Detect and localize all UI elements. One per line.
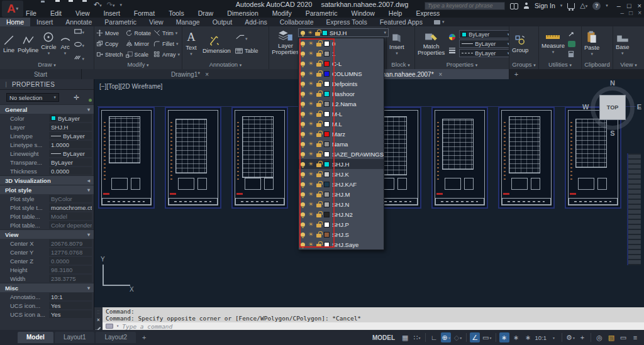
rotate-button[interactable]: Rotate [126,28,152,38]
bulb-icon[interactable] [301,132,305,136]
layer-color-swatch[interactable] [324,51,330,57]
bulb-icon[interactable] [301,142,305,146]
layer-color-swatch[interactable] [324,101,330,107]
layer-row[interactable]: ☀ SHJ.M [299,189,384,199]
arc-button[interactable]: Arc▾ [58,31,72,57]
lineweight-dropdown[interactable]: ByLayer▾ [459,40,509,48]
unlock-icon[interactable] [316,63,321,67]
doc-close-button[interactable]: × [638,9,641,16]
autodesk-360-icon[interactable]: △▾ [580,1,587,10]
isodraft-icon[interactable]: ◇▾ [453,332,463,342]
layout-tab-layout1[interactable]: Layout1 [55,332,95,343]
scale-button[interactable]: Scale [126,49,152,60]
unlock-icon[interactable] [316,123,321,127]
sign-in-label[interactable]: Sign In [535,2,555,9]
layer-color-swatch[interactable] [324,172,330,177]
new-layout-button[interactable]: + [137,334,151,341]
bulb-icon[interactable] [301,122,305,126]
unlock-icon[interactable] [316,163,321,167]
unlock-icon[interactable] [316,224,321,227]
quick-select-icon[interactable] [83,94,91,101]
sun-icon[interactable]: ☀ [308,182,314,187]
unlock-icon[interactable] [316,183,321,187]
palette-section-header[interactable]: Misc▾ [0,283,94,292]
layer-row[interactable]: ☀ Defpoints [299,79,384,89]
menu-help[interactable]: Help [382,9,409,18]
menu-draw[interactable]: Draw [191,9,221,18]
sun-icon[interactable]: ☀ [308,91,314,97]
help-icon[interactable]: ? [592,2,601,10]
clean-screen-icon[interactable]: ▭ [618,332,628,342]
toggle-pickadd-icon[interactable] [62,94,70,101]
text-button[interactable]: A Text▾ [184,31,198,57]
panel-modify-label[interactable]: Modify ▾ [94,61,182,69]
bulb-icon[interactable] [301,222,305,227]
layer-color-swatch[interactable] [324,162,330,167]
table-button[interactable]: Table [235,46,258,57]
menu-file[interactable]: File [19,9,43,18]
layer-row[interactable]: ☀ SAZE_DRAWINGS [299,149,384,159]
grid-icon[interactable]: ▦ [400,332,410,342]
close-button[interactable]: × [638,2,641,9]
ribbon-tab-add-ins[interactable]: Add-ins [238,18,274,26]
unlock-icon[interactable] [316,133,321,137]
menu-window[interactable]: Window [344,9,381,18]
bulb-icon[interactable] [301,112,305,116]
ribbon-tab-view[interactable]: View [143,18,170,26]
bulb-icon[interactable] [301,233,305,237]
sun-icon[interactable]: ☀ [307,30,313,36]
bulb-icon[interactable] [301,172,305,177]
help-dropdown-icon[interactable]: ▾ [606,3,608,8]
layer-row[interactable]: ☀ SHJ.K [299,169,384,179]
sun-icon[interactable]: ☀ [308,41,314,47]
panel-properties-label[interactable]: Properties ▾ [415,61,509,69]
sun-icon[interactable]: ☀ [308,222,314,227]
ellipse-icon[interactable]: ▾ [74,38,85,50]
sun-icon[interactable]: ☀ [308,121,314,127]
sign-in-dropdown-icon[interactable]: ▾ [560,3,563,8]
search-icon[interactable] [510,3,518,9]
layer-row[interactable]: ☀ SHJ.N2 [299,209,384,219]
viewcube[interactable]: N S W E TOP [585,80,640,136]
linetype-dropdown[interactable]: ByLayer▾ [459,49,509,57]
unlock-icon[interactable] [316,234,321,238]
unlock-icon[interactable] [316,103,321,107]
selection-dropdown[interactable]: No selection▾ [6,93,59,102]
app-store-icon[interactable] [567,3,575,9]
layer-row[interactable]: ☀ Hashoor [299,89,384,99]
doc-restore-button[interactable]: □ [629,9,633,16]
scale-dropdown-icon[interactable]: ▾ [548,332,558,342]
fillet-button[interactable]: Fillet ▾ [153,38,180,49]
ribbon-tab-featured-apps[interactable]: Featured Apps [374,18,429,26]
ribbon-tab-express-tools[interactable]: Express Tools [319,18,373,26]
copy-button[interactable]: Copy [96,38,123,49]
plus-icon[interactable]: + [577,332,587,342]
paste-button[interactable]: Paste▾ [584,31,600,57]
menu-edit[interactable]: Edit [43,9,69,18]
layer-row[interactable]: ☀ SHJ.Saye [299,239,384,249]
annotation-scale-value[interactable]: 10:1 [535,334,547,341]
unlock-icon[interactable] [316,93,321,97]
annotation-visibility-icon[interactable]: ∗ [499,332,509,342]
isolate-objects-icon[interactable]: ◎ [594,332,604,342]
snap-icon[interactable]: ∷▾ [412,332,422,342]
bulb-icon[interactable] [301,162,305,167]
sun-icon[interactable]: ☀ [308,131,314,137]
palette-section-header[interactable]: View▾ [0,229,94,239]
bulb-icon[interactable] [301,41,305,46]
sun-icon[interactable]: ☀ [308,141,314,147]
hatch-icon[interactable]: ▾ [74,52,85,62]
sun-icon[interactable]: ☀ [308,162,314,167]
insert-button[interactable]: Insert▾ [389,31,405,57]
layer-row[interactable]: ☀ M.L [299,119,384,129]
panel-view-label[interactable]: View ▾ [613,61,644,69]
layer-row[interactable]: ☀ SHJ.P [299,219,384,229]
layer-row[interactable]: ☀ SHJ.KAF [299,179,384,189]
sun-icon[interactable]: ☀ [308,192,314,197]
menu-view[interactable]: View [69,9,97,18]
viewcube-west[interactable]: W [582,103,589,111]
object-color-dropdown[interactable]: ByLayer▾ [459,30,509,38]
unlock-icon[interactable] [316,214,321,217]
layer-color-swatch[interactable] [324,202,330,207]
base-button[interactable]: Base▾ [615,31,630,57]
